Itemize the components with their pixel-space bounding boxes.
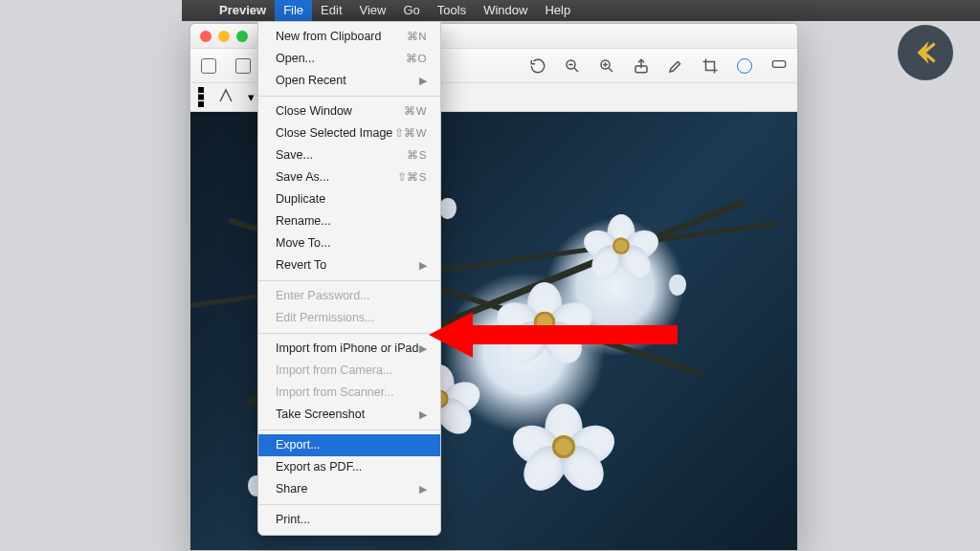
macos-menubar: Preview File Edit View Go Tools Window H… <box>182 0 980 21</box>
menu-item-label: Save... <box>276 147 313 164</box>
menu-item-label: Move To... <box>276 235 330 252</box>
menu-item-label: Export... <box>276 437 321 453</box>
menu-item-label: Share <box>276 481 307 497</box>
submenu-arrow-icon: ▶ <box>419 481 427 497</box>
file-menu-item[interactable]: Save...⌘S <box>258 144 440 166</box>
file-menu-dropdown: New from Clipboard⌘NOpen...⌘OOpen Recent… <box>257 21 441 536</box>
svg-line-1 <box>574 68 578 72</box>
window-minimize-button[interactable] <box>218 31 230 42</box>
brand-badge-icon <box>898 25 953 80</box>
menu-separator <box>258 280 440 281</box>
svg-line-4 <box>609 68 612 72</box>
file-menu-item[interactable]: Export... <box>258 434 440 456</box>
menu-item-label: Close Selected Image <box>276 125 392 142</box>
file-menu-item[interactable]: Revert To▶ <box>258 254 440 276</box>
flower-decoration <box>590 214 653 277</box>
menu-item-label: Print... <box>276 512 310 528</box>
file-menu-item: Import from Camera... <box>258 360 440 382</box>
menubar-item-tools[interactable]: Tools <box>429 0 475 21</box>
share-icon[interactable] <box>631 55 652 77</box>
submenu-arrow-icon: ▶ <box>419 257 427 274</box>
file-menu-item[interactable]: Close Window⌘W <box>258 100 440 122</box>
menu-item-label: Enter Password... <box>276 288 370 304</box>
markup-pen-icon[interactable] <box>665 55 686 77</box>
menu-item-label: Take Screenshot <box>276 407 365 423</box>
thumbnails-icon[interactable] <box>233 55 254 77</box>
flower-decoration <box>521 404 607 490</box>
crop-icon[interactable] <box>700 55 721 77</box>
menu-separator <box>258 430 440 430</box>
file-menu-item: Edit Permissions... <box>258 307 440 329</box>
menubar-app-name[interactable]: Preview <box>211 0 275 21</box>
file-menu-item[interactable]: Save As...⇧⌘S <box>258 166 440 188</box>
selection-tool-icon[interactable] <box>198 90 204 104</box>
menu-item-label: Import from Scanner... <box>276 385 394 401</box>
menubar-item-file[interactable]: File <box>275 0 312 21</box>
menu-item-label: Save As... <box>276 169 329 186</box>
file-menu-item[interactable]: Move To... <box>258 232 440 254</box>
file-menu-item[interactable]: Share▶ <box>258 478 440 500</box>
menu-separator <box>258 333 440 334</box>
menu-separator <box>258 504 440 505</box>
flower-decoration <box>504 282 585 363</box>
menu-item-label: Rename... <box>276 213 331 230</box>
menu-item-label: Close Window <box>276 103 352 120</box>
menu-item-shortcut: ⇧⌘W <box>394 125 427 142</box>
submenu-arrow-icon: ▶ <box>419 73 427 89</box>
adjust-color-icon[interactable] <box>734 55 755 77</box>
bud-decoration <box>669 275 686 296</box>
menubar-item-go[interactable]: Go <box>394 0 428 21</box>
file-menu-item[interactable]: Rename... <box>258 210 440 232</box>
text-size-label: ▾ <box>248 90 255 104</box>
bud-decoration <box>439 198 457 219</box>
file-menu-item[interactable]: Print... <box>258 509 440 531</box>
menubar-item-edit[interactable]: Edit <box>312 0 350 21</box>
menu-item-label: Import from iPhone or iPad <box>276 341 418 357</box>
menu-item-label: Export as PDF... <box>276 459 362 475</box>
menu-item-label: Open... <box>276 51 315 67</box>
window-zoom-button[interactable] <box>236 31 248 42</box>
menu-item-label: Open Recent <box>276 73 346 89</box>
submenu-arrow-icon: ▶ <box>419 341 427 357</box>
submenu-arrow-icon: ▶ <box>419 407 427 423</box>
menubar-item-help[interactable]: Help <box>536 0 579 21</box>
file-menu-item[interactable]: Import from iPhone or iPad▶ <box>258 338 440 360</box>
sidebar-toggle-icon[interactable] <box>198 55 219 77</box>
menu-item-shortcut: ⇧⌘S <box>397 169 427 186</box>
file-menu-item[interactable]: Close Selected Image⇧⌘W <box>258 122 440 144</box>
file-menu-item[interactable]: Open Recent▶ <box>258 70 440 92</box>
file-menu-item: Import from Scanner... <box>258 382 440 404</box>
instant-alpha-icon[interactable] <box>217 87 234 107</box>
svg-rect-8 <box>772 60 785 67</box>
zoom-in-icon[interactable] <box>596 55 617 77</box>
menu-item-shortcut: ⌘N <box>407 29 427 45</box>
window-close-button[interactable] <box>200 31 212 42</box>
rotate-icon[interactable] <box>527 55 548 77</box>
menu-separator <box>258 96 440 97</box>
menu-item-label: Edit Permissions... <box>276 310 375 326</box>
file-menu-item: Enter Password... <box>258 285 440 307</box>
menu-item-label: New from Clipboard <box>276 29 381 45</box>
menu-item-shortcut: ⌘O <box>406 51 427 67</box>
menu-item-shortcut: ⌘W <box>404 103 427 120</box>
file-menu-item[interactable]: Export as PDF... <box>258 456 440 478</box>
file-menu-item[interactable]: Take Screenshot▶ <box>258 404 440 426</box>
file-menu-item[interactable]: Open...⌘O <box>258 48 440 70</box>
file-menu-item[interactable]: Duplicate <box>258 188 440 210</box>
menu-item-label: Revert To <box>276 257 326 274</box>
highlight-icon[interactable] <box>768 55 790 77</box>
zoom-out-icon[interactable] <box>562 55 583 77</box>
menu-item-label: Import from Camera... <box>276 363 392 379</box>
file-menu-item[interactable]: New from Clipboard⌘N <box>258 26 440 48</box>
menubar-item-window[interactable]: Window <box>475 0 536 21</box>
menu-item-shortcut: ⌘S <box>407 147 427 164</box>
menu-item-label: Duplicate <box>276 191 325 208</box>
menubar-item-view[interactable]: View <box>351 0 395 21</box>
